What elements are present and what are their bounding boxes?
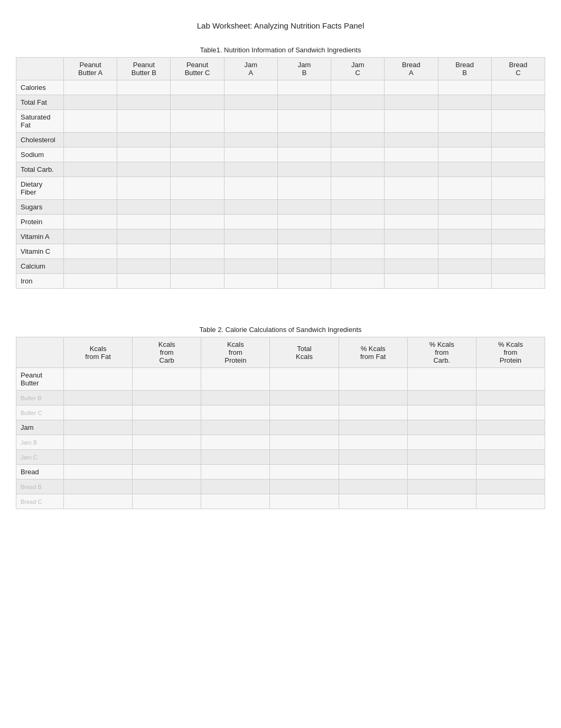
table1-cell[interactable] <box>438 80 491 95</box>
table1-cell[interactable] <box>331 229 385 244</box>
table2-cell[interactable] <box>476 480 545 494</box>
table1-cell[interactable] <box>117 274 171 289</box>
table1-cell[interactable] <box>491 148 545 162</box>
table1-cell[interactable] <box>491 133 545 148</box>
table2-cell[interactable] <box>201 494 270 509</box>
table1-cell[interactable] <box>224 259 277 274</box>
table2-cell[interactable] <box>64 435 133 450</box>
table2-cell[interactable] <box>270 391 339 406</box>
table1-cell[interactable] <box>491 110 545 133</box>
table1-cell[interactable] <box>491 162 545 177</box>
table1-cell[interactable] <box>224 133 277 148</box>
table1-cell[interactable] <box>385 162 438 177</box>
table2-cell[interactable] <box>201 450 270 465</box>
table1-cell[interactable] <box>171 274 224 289</box>
table2-cell[interactable] <box>339 450 407 465</box>
table2-cell[interactable] <box>64 420 133 435</box>
table1-cell[interactable] <box>64 177 117 200</box>
table1-cell[interactable] <box>64 162 117 177</box>
table1-cell[interactable] <box>224 80 277 95</box>
table1-cell[interactable] <box>331 110 385 133</box>
table2-cell[interactable] <box>270 420 339 435</box>
table1-cell[interactable] <box>277 244 331 259</box>
table2-cell[interactable] <box>407 480 476 494</box>
table1-cell[interactable] <box>385 110 438 133</box>
table2-cell[interactable] <box>339 465 407 480</box>
table1-cell[interactable] <box>491 215 545 229</box>
table2-cell[interactable] <box>476 368 545 391</box>
table1-cell[interactable] <box>224 200 277 215</box>
table1-cell[interactable] <box>117 177 171 200</box>
table1-cell[interactable] <box>224 162 277 177</box>
table1-cell[interactable] <box>64 133 117 148</box>
table1-cell[interactable] <box>438 200 491 215</box>
table2-cell[interactable] <box>339 435 407 450</box>
table1-cell[interactable] <box>224 95 277 110</box>
table1-cell[interactable] <box>277 162 331 177</box>
table2-cell[interactable] <box>339 480 407 494</box>
table1-cell[interactable] <box>331 200 385 215</box>
table1-cell[interactable] <box>385 177 438 200</box>
table1-cell[interactable] <box>331 215 385 229</box>
table1-cell[interactable] <box>277 95 331 110</box>
table2-cell[interactable] <box>339 391 407 406</box>
table1-cell[interactable] <box>331 148 385 162</box>
table2-cell[interactable] <box>133 391 201 406</box>
table2-cell[interactable] <box>339 494 407 509</box>
table1-cell[interactable] <box>277 274 331 289</box>
table1-cell[interactable] <box>171 95 224 110</box>
table1-cell[interactable] <box>171 80 224 95</box>
table2-cell[interactable] <box>476 435 545 450</box>
table1-cell[interactable] <box>64 200 117 215</box>
table2-cell[interactable] <box>407 420 476 435</box>
table1-cell[interactable] <box>224 244 277 259</box>
table1-cell[interactable] <box>385 80 438 95</box>
table2-cell[interactable] <box>133 465 201 480</box>
table1-cell[interactable] <box>277 200 331 215</box>
table1-cell[interactable] <box>385 274 438 289</box>
table1-cell[interactable] <box>171 215 224 229</box>
table1-cell[interactable] <box>117 80 171 95</box>
table2-cell[interactable] <box>270 406 339 420</box>
table1-cell[interactable] <box>438 229 491 244</box>
table1-cell[interactable] <box>385 148 438 162</box>
table2-cell[interactable] <box>133 480 201 494</box>
table1-cell[interactable] <box>277 215 331 229</box>
table2-cell[interactable] <box>270 450 339 465</box>
table1-cell[interactable] <box>64 80 117 95</box>
table2-cell[interactable] <box>201 465 270 480</box>
table1-cell[interactable] <box>224 215 277 229</box>
table1-cell[interactable] <box>277 110 331 133</box>
table1-cell[interactable] <box>491 229 545 244</box>
table2-cell[interactable] <box>476 450 545 465</box>
table1-cell[interactable] <box>331 274 385 289</box>
table1-cell[interactable] <box>331 133 385 148</box>
table1-cell[interactable] <box>171 200 224 215</box>
table1-cell[interactable] <box>385 215 438 229</box>
table1-cell[interactable] <box>491 95 545 110</box>
table1-cell[interactable] <box>277 80 331 95</box>
table2-cell[interactable] <box>64 450 133 465</box>
table1-cell[interactable] <box>224 148 277 162</box>
table2-cell[interactable] <box>201 406 270 420</box>
table1-cell[interactable] <box>64 274 117 289</box>
table2-cell[interactable] <box>270 494 339 509</box>
table2-cell[interactable] <box>270 480 339 494</box>
table2-cell[interactable] <box>270 465 339 480</box>
table1-cell[interactable] <box>491 177 545 200</box>
table1-cell[interactable] <box>331 177 385 200</box>
table1-cell[interactable] <box>224 274 277 289</box>
table2-cell[interactable] <box>339 420 407 435</box>
table2-cell[interactable] <box>476 465 545 480</box>
table1-cell[interactable] <box>117 133 171 148</box>
table1-cell[interactable] <box>277 229 331 244</box>
table1-cell[interactable] <box>438 274 491 289</box>
table1-cell[interactable] <box>277 148 331 162</box>
table1-cell[interactable] <box>224 177 277 200</box>
table1-cell[interactable] <box>171 177 224 200</box>
table2-cell[interactable] <box>201 368 270 391</box>
table1-cell[interactable] <box>171 259 224 274</box>
table1-cell[interactable] <box>491 259 545 274</box>
table2-cell[interactable] <box>64 368 133 391</box>
table1-cell[interactable] <box>331 95 385 110</box>
